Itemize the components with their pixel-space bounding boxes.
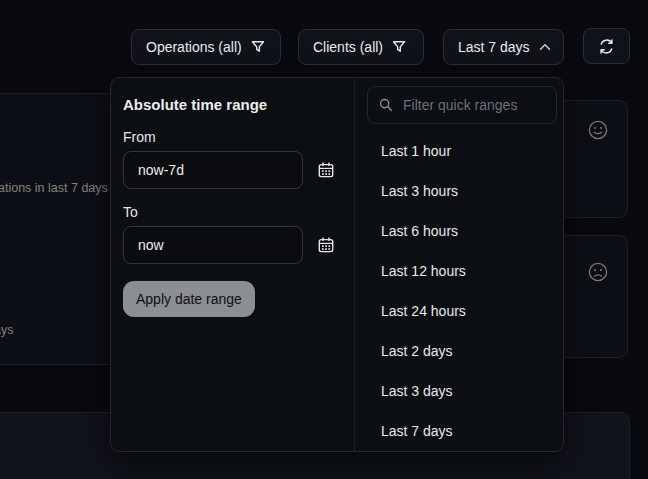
panel-title: Absolute time range: [123, 96, 342, 114]
operations-filter-button[interactable]: Operations (all): [131, 29, 281, 65]
quick-range-option[interactable]: Last 12 hours: [367, 251, 557, 291]
smiley-face-icon: [587, 119, 609, 141]
from-input[interactable]: [123, 151, 303, 189]
refresh-icon: [598, 38, 615, 55]
quick-range-option[interactable]: Last 3 days: [367, 371, 557, 411]
apply-date-range-button[interactable]: Apply date range: [123, 281, 255, 317]
quick-ranges-list: Last 1 hourLast 3 hoursLast 6 hoursLast …: [367, 131, 557, 451]
from-label: From: [123, 129, 342, 145]
absolute-time-range-section: Absolute time range From: [111, 78, 355, 451]
quick-range-option[interactable]: Last 7 days: [367, 411, 557, 451]
clients-filter-label: Clients (all): [313, 39, 383, 55]
from-input-row: [123, 151, 342, 189]
card-subtitle-partial-2: ays: [0, 323, 13, 337]
to-calendar-button[interactable]: [316, 235, 336, 255]
dashboard-screen: ations in last 7 days ays Operations (al…: [0, 0, 648, 479]
quick-ranges-section: Last 1 hourLast 3 hoursLast 6 hoursLast …: [355, 78, 565, 451]
frowning-face-icon: [587, 261, 609, 283]
calendar-icon: [317, 161, 335, 179]
funnel-icon: [392, 40, 406, 54]
quick-range-option[interactable]: Last 2 days: [367, 331, 557, 371]
from-calendar-button[interactable]: [316, 160, 336, 180]
time-range-picker-panel: Absolute time range From: [110, 77, 564, 452]
search-icon: [379, 98, 393, 112]
calendar-icon: [317, 236, 335, 254]
quick-ranges-filter-input[interactable]: [401, 96, 545, 114]
clients-filter-button[interactable]: Clients (all): [298, 29, 424, 65]
time-range-label: Last 7 days: [458, 39, 530, 55]
operations-filter-label: Operations (all): [146, 39, 242, 55]
quick-range-option[interactable]: Last 6 hours: [367, 211, 557, 251]
quick-range-option[interactable]: Last 24 hours: [367, 291, 557, 331]
to-input-row: [123, 226, 342, 264]
quick-range-option[interactable]: Last 3 hours: [367, 171, 557, 211]
quick-ranges-search[interactable]: [367, 86, 557, 124]
to-label: To: [123, 204, 342, 220]
time-range-dropdown-button[interactable]: Last 7 days: [443, 29, 564, 65]
quick-range-option[interactable]: Last 1 hour: [367, 131, 557, 171]
card-subtitle-partial: ations in last 7 days: [0, 181, 108, 195]
refresh-button[interactable]: [583, 28, 630, 64]
funnel-icon: [251, 40, 265, 54]
chevron-up-icon: [539, 43, 551, 51]
to-input[interactable]: [123, 226, 303, 264]
